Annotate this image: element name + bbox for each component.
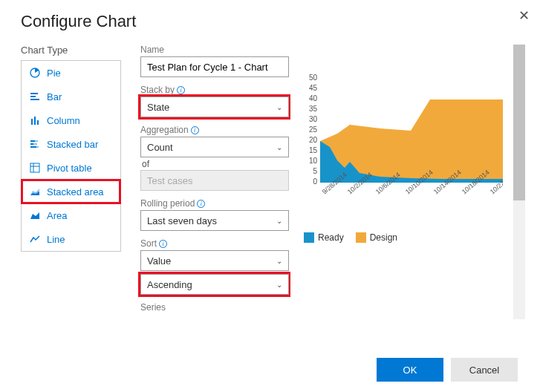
chart-type-label-text: Stacked area [47, 186, 104, 197]
ok-button[interactable]: OK [377, 358, 443, 382]
rolling-label: Rolling periodi [140, 198, 290, 209]
svg-text:45: 45 [309, 84, 318, 92]
svg-text:25: 25 [309, 125, 318, 134]
name-input[interactable] [140, 56, 289, 77]
stackby-select[interactable]: State ⌄ [140, 97, 289, 117]
dialog-footer: OK Cancel [21, 347, 525, 392]
stacked-area-icon [29, 186, 41, 197]
aggregation-of-input: Test cases [140, 170, 289, 191]
sort-direction-select[interactable]: Ascending ⌄ [140, 274, 289, 295]
line-icon [29, 233, 41, 245]
chevron-down-icon: ⌄ [276, 103, 282, 111]
sort-label: Sorti [140, 238, 290, 249]
chart-type-label-text: Pie [47, 68, 61, 79]
aggregation-label: Aggregationi [140, 125, 290, 135]
svg-rect-3 [30, 99, 39, 100]
svg-rect-5 [34, 117, 36, 125]
chart-type-pivot-table[interactable]: Pivot table [22, 156, 120, 180]
svg-text:30: 30 [309, 115, 318, 123]
legend-design: Design [356, 232, 397, 243]
chevron-down-icon: ⌄ [276, 281, 282, 289]
chart-legend: Ready Design [304, 232, 525, 243]
chart-type-line[interactable]: Line [22, 227, 120, 251]
pie-icon [29, 67, 41, 79]
svg-rect-2 [30, 96, 36, 97]
close-icon[interactable]: ✕ [518, 7, 530, 24]
svg-text:40: 40 [309, 94, 318, 102]
svg-rect-4 [31, 119, 33, 125]
dialog-content: Chart Type Pie Bar Column Stacked bar [21, 45, 525, 347]
svg-text:20: 20 [309, 136, 318, 144]
chart-type-list: Pie Bar Column Stacked bar Pivot table [21, 60, 121, 252]
svg-rect-11 [30, 146, 36, 148]
legend-ready: Ready [304, 232, 344, 243]
column-icon [29, 114, 41, 126]
cancel-button[interactable]: Cancel [451, 358, 518, 382]
info-icon[interactable]: i [159, 240, 167, 248]
chart-type-label-text: Line [47, 234, 65, 245]
svg-text:0: 0 [313, 177, 317, 186]
configure-chart-dialog: ✕ Configure Chart Chart Type Pie Bar Col… [0, 0, 540, 392]
info-icon[interactable]: i [177, 86, 185, 94]
stacked-area-chart: 504540 353025 201510 50 9/28/2014 10/2/2… [304, 73, 503, 221]
svg-rect-9 [30, 143, 33, 145]
svg-rect-6 [37, 120, 39, 125]
chart-type-label-text: Column [47, 115, 80, 126]
y-axis: 504540 353025 201510 50 [309, 74, 318, 186]
chart-type-stacked-area[interactable]: Stacked area [22, 180, 120, 203]
stackby-label: Stack byi [140, 85, 290, 95]
svg-rect-13 [30, 163, 39, 172]
chart-type-label: Chart Type [21, 45, 129, 56]
aggregation-of-label: of [142, 159, 290, 169]
chart-type-label-text: Bar [47, 91, 62, 102]
chart-type-label-text: Area [47, 210, 67, 221]
svg-rect-12 [36, 146, 39, 148]
pivot-table-icon [29, 162, 41, 174]
svg-rect-7 [30, 140, 35, 142]
chart-type-label-text: Stacked bar [47, 139, 98, 150]
svg-text:15: 15 [309, 146, 318, 154]
chart-type-panel: Chart Type Pie Bar Column Stacked bar [21, 45, 129, 347]
chart-type-pie[interactable]: Pie [22, 61, 120, 85]
info-icon[interactable]: i [197, 200, 205, 208]
name-label: Name [140, 45, 290, 55]
scrollbar-thumb[interactable] [513, 45, 525, 200]
rolling-select[interactable]: Last seven days ⌄ [140, 210, 289, 231]
chart-type-bar[interactable]: Bar [22, 85, 120, 108]
chart-type-stacked-bar[interactable]: Stacked bar [22, 132, 120, 156]
chart-type-area[interactable]: Area [22, 203, 120, 227]
svg-text:35: 35 [309, 105, 318, 113]
svg-text:50: 50 [309, 74, 318, 82]
chart-preview: 504540 353025 201510 50 9/28/2014 10/2/2… [304, 73, 525, 243]
chevron-down-icon: ⌄ [276, 217, 282, 225]
svg-rect-8 [35, 140, 38, 142]
chart-preview-panel: 504540 353025 201510 50 9/28/2014 10/2/2… [290, 45, 525, 347]
chart-type-label-text: Pivot table [47, 163, 92, 174]
svg-text:10: 10 [309, 157, 318, 165]
bar-icon [29, 91, 41, 102]
dialog-title: Configure Chart [21, 12, 525, 31]
series-label: Series [140, 302, 290, 313]
info-icon[interactable]: i [191, 126, 199, 134]
svg-text:5: 5 [313, 167, 317, 175]
sort-value-select[interactable]: Value ⌄ [140, 250, 289, 271]
chevron-down-icon: ⌄ [276, 143, 282, 151]
area-icon [29, 209, 41, 221]
chevron-down-icon: ⌄ [276, 257, 282, 265]
svg-rect-10 [33, 143, 37, 145]
chart-type-column[interactable]: Column [22, 108, 120, 132]
svg-rect-1 [30, 93, 38, 94]
chart-settings-form: Name Stack byi State ⌄ Aggregationi Coun… [129, 45, 290, 347]
scrollbar[interactable] [513, 45, 525, 319]
stacked-bar-icon [29, 138, 41, 150]
aggregation-select[interactable]: Count ⌄ [140, 137, 289, 157]
